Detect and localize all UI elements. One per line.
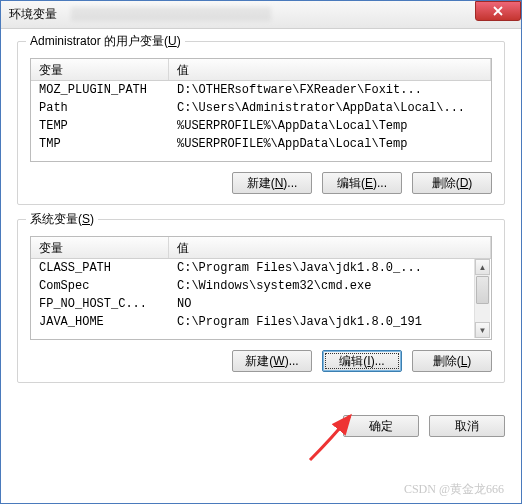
table-row[interactable]: MOZ_PLUGIN_PATHD:\OTHERsoftware\FXReader… <box>31 81 491 99</box>
blurred-area <box>71 7 271 21</box>
column-header-variable[interactable]: 变量 <box>31 237 169 258</box>
cell-val: NO <box>169 295 491 313</box>
listview-body: CLASS_PATHC:\Program Files\Java\jdk1.8.0… <box>31 259 491 339</box>
table-row[interactable]: JAVA_HOMEC:\Program Files\Java\jdk1.8.0_… <box>31 313 491 331</box>
table-row[interactable]: FP_NO_HOST_C...NO <box>31 295 491 313</box>
legend-text: 系统变量( <box>30 212 82 226</box>
listview-header: 变量 值 <box>31 59 491 81</box>
table-row[interactable]: TMP%USERPROFILE%\AppData\Local\Temp <box>31 135 491 153</box>
table-row[interactable]: PathC:\Users\Administrator\AppData\Local… <box>31 99 491 117</box>
cell-var: Path <box>31 99 169 117</box>
column-header-value[interactable]: 值 <box>169 237 491 258</box>
cell-var: CLASS_PATH <box>31 259 169 277</box>
dialog-footer: 确定 取消 <box>1 409 521 437</box>
user-group-legend: Administrator 的用户变量(U) <box>26 33 185 50</box>
cell-val: D:\OTHERsoftware\FXReader\Foxit... <box>169 81 491 99</box>
cell-var: TMP <box>31 135 169 153</box>
legend-text: ) <box>177 34 181 48</box>
cell-val: %USERPROFILE%\AppData\Local\Temp <box>169 135 491 153</box>
cell-var: MOZ_PLUGIN_PATH <box>31 81 169 99</box>
close-icon <box>493 6 503 16</box>
sys-vars-listview[interactable]: 变量 值 CLASS_PATHC:\Program Files\Java\jdk… <box>30 236 492 340</box>
scroll-up-icon[interactable]: ▲ <box>475 259 490 275</box>
system-variables-group: 系统变量(S) 变量 值 CLASS_PATHC:\Program Files\… <box>17 219 505 383</box>
delete-user-var-button[interactable]: 删除(D) <box>412 172 492 194</box>
new-sys-var-button[interactable]: 新建(W)... <box>232 350 312 372</box>
column-header-variable[interactable]: 变量 <box>31 59 169 80</box>
table-row[interactable]: CLASS_PATHC:\Program Files\Java\jdk1.8.0… <box>31 259 491 277</box>
scroll-thumb[interactable] <box>476 276 489 304</box>
delete-sys-var-button[interactable]: 删除(L) <box>412 350 492 372</box>
cell-val: C:\Program Files\Java\jdk1.8.0_191 <box>169 313 491 331</box>
edit-sys-var-button[interactable]: 编辑(I)... <box>322 350 402 372</box>
window-title: 环境变量 <box>9 6 57 23</box>
user-buttons: 新建(N)... 编辑(E)... 删除(D) <box>30 172 492 194</box>
user-variables-group: Administrator 的用户变量(U) 变量 值 MOZ_PLUGIN_P… <box>17 41 505 205</box>
cell-val: C:\Program Files\Java\jdk1.8.0_... <box>169 259 491 277</box>
legend-hotkey: U <box>168 34 177 48</box>
cell-val: C:\Users\Administrator\AppData\Local\... <box>169 99 491 117</box>
listview-body: MOZ_PLUGIN_PATHD:\OTHERsoftware\FXReader… <box>31 81 491 161</box>
scrollbar[interactable]: ▲ ▼ <box>474 259 490 338</box>
cell-var: ComSpec <box>31 277 169 295</box>
edit-user-var-button[interactable]: 编辑(E)... <box>322 172 402 194</box>
user-vars-listview[interactable]: 变量 值 MOZ_PLUGIN_PATHD:\OTHERsoftware\FXR… <box>30 58 492 162</box>
close-button[interactable] <box>475 1 521 21</box>
sys-buttons: 新建(W)... 编辑(I)... 删除(L) <box>30 350 492 372</box>
sys-group-legend: 系统变量(S) <box>26 211 98 228</box>
cell-var: FP_NO_HOST_C... <box>31 295 169 313</box>
table-row[interactable]: TEMP%USERPROFILE%\AppData\Local\Temp <box>31 117 491 135</box>
content-area: Administrator 的用户变量(U) 变量 值 MOZ_PLUGIN_P… <box>1 29 521 409</box>
table-row[interactable]: ComSpecC:\Windows\system32\cmd.exe <box>31 277 491 295</box>
legend-text: Administrator 的用户变量( <box>30 34 168 48</box>
cell-var: JAVA_HOME <box>31 313 169 331</box>
cell-val: C:\Windows\system32\cmd.exe <box>169 277 491 295</box>
new-user-var-button[interactable]: 新建(N)... <box>232 172 312 194</box>
legend-text: ) <box>90 212 94 226</box>
cell-val: %USERPROFILE%\AppData\Local\Temp <box>169 117 491 135</box>
column-header-value[interactable]: 值 <box>169 59 491 80</box>
listview-header: 变量 值 <box>31 237 491 259</box>
titlebar: 环境变量 <box>1 1 521 29</box>
scroll-down-icon[interactable]: ▼ <box>475 322 490 338</box>
legend-hotkey: S <box>82 212 90 226</box>
env-vars-dialog: 环境变量 Administrator 的用户变量(U) 变量 值 MOZ_PLU… <box>0 0 522 504</box>
cancel-button[interactable]: 取消 <box>429 415 505 437</box>
ok-button[interactable]: 确定 <box>343 415 419 437</box>
cell-var: TEMP <box>31 117 169 135</box>
watermark: CSDN @黄金龙666 <box>404 481 504 498</box>
